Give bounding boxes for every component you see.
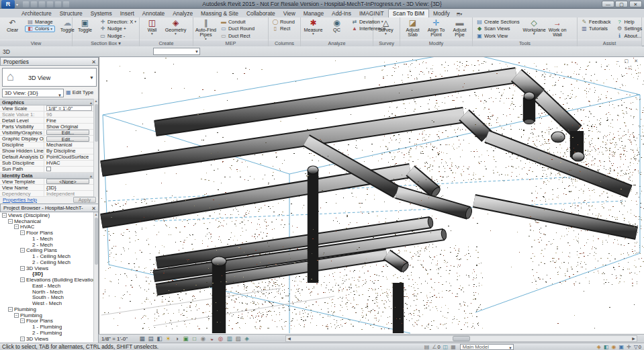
sun-path-icon[interactable]: ☀ (164, 335, 173, 343)
scan-views-button[interactable]: ◆Scan Views (474, 26, 522, 33)
view-filter-combo[interactable]: 3D View: {3D} ▼ (2, 89, 64, 97)
geometry-button[interactable]: ◈Geometry▾ (165, 18, 187, 35)
sun-path-checkbox[interactable] (46, 167, 51, 171)
view-scale-control[interactable]: 1/8" = 1'-0" (101, 336, 128, 342)
show-crop-icon[interactable]: □ (190, 335, 199, 343)
tutorials-button[interactable]: ▥Tutorials (579, 26, 612, 33)
lock-orientation-icon[interactable]: ◉ (199, 335, 208, 343)
qat-icon[interactable] (63, 1, 69, 7)
tree-item-east-mech[interactable]: East - Mech (0, 283, 94, 289)
tree-item-north-mech[interactable]: North - Mech (0, 289, 94, 295)
feedback-button[interactable]: ✎Feedback (579, 18, 612, 26)
direction-x-button[interactable]: ✛Direction: X▾ (97, 18, 138, 26)
tree-item-mechanical[interactable]: −Mechanical (0, 218, 94, 224)
select-by-face-icon[interactable]: ▣ (618, 344, 624, 350)
tree-item-2-plumbing[interactable]: 2 - Plumbing (0, 330, 94, 336)
tree-collapse-icon[interactable]: − (8, 219, 13, 224)
colors-button[interactable]: ◧Colors▾ (25, 26, 55, 33)
tree-item-3d[interactable]: {3D} (0, 271, 94, 277)
drawing-area[interactable]: – ▢ ✕ (99, 57, 644, 334)
type-selector[interactable]: ⌂ 3D View ▼ (2, 68, 97, 87)
minimize-button[interactable]: — (602, 1, 614, 7)
value-input[interactable]: 1/8" = 1'-0" (46, 105, 92, 111)
qat-icon[interactable] (55, 1, 61, 7)
rect-button[interactable]: ▯Rect (270, 26, 297, 33)
tree-collapse-icon[interactable]: − (2, 213, 7, 218)
duct-rect-button[interactable]: ▭Duct Rect (218, 32, 257, 40)
workset-display-icon[interactable]: ◫ (443, 344, 449, 350)
reveal-hidden-icon[interactable]: ◎ (216, 335, 225, 343)
close-icon[interactable]: ✕ (91, 58, 96, 67)
temporary-properties-icon[interactable]: ▧ (234, 335, 242, 343)
detail-level-icon[interactable]: ▤ (146, 335, 155, 343)
worksets-icon[interactable]: ▤ (424, 344, 430, 350)
project-browser-header[interactable]: Project Browser - Hospital-MechT-InProgr… (0, 204, 99, 212)
about-button[interactable]: ℹAbout... (614, 32, 644, 40)
tree-item-plumbing[interactable]: −Plumbing (0, 312, 94, 318)
qat-icon[interactable] (39, 1, 45, 7)
toggle-button[interactable]: ▣Toggle (74, 18, 96, 32)
tree-collapse-icon[interactable]: − (20, 337, 25, 341)
select-pinned-icon[interactable]: ◉ (611, 344, 616, 350)
work-on-wall-button[interactable]: →Work on Wall (547, 18, 569, 38)
close-button[interactable]: ✕ (629, 1, 642, 7)
clear-button[interactable]: ↶Clear (1, 18, 24, 32)
qat-icon[interactable] (47, 1, 53, 7)
tree-item-floor-plans[interactable]: −Floor Plans (0, 230, 94, 236)
properties-scrollbar[interactable]: ▲ (93, 99, 98, 197)
qat-icon[interactable] (31, 1, 37, 7)
tree-item-elevations-building-elevation[interactable]: −Elevations (Building Elevation) (0, 277, 94, 283)
round-button[interactable]: ◯Round (270, 18, 297, 26)
view-template-edit-button[interactable]: <None> (46, 179, 89, 184)
manage-button[interactable]: ▤Manage (25, 18, 55, 26)
tree-collapse-icon[interactable]: − (20, 318, 25, 323)
graphic-display-opti-edit-button[interactable]: Edit... (46, 136, 89, 142)
scrollbar-thumb[interactable] (95, 218, 98, 265)
tree-collapse-icon[interactable]: − (20, 277, 25, 282)
hide-isolate-icon[interactable]: ◒ (208, 335, 216, 343)
tree-item-hvac[interactable]: −HVAC (0, 224, 94, 230)
editing-requests-icon[interactable]: ∠ (432, 344, 436, 350)
design-options-combo[interactable]: Main Model ▼ (460, 344, 514, 350)
scale-icon[interactable]: ▦ (138, 335, 146, 343)
edit-type-button[interactable]: ▦ Edit Type (66, 89, 97, 97)
tree-item-south-mech[interactable]: South - Mech (0, 295, 94, 301)
tree-collapse-icon[interactable]: − (14, 313, 19, 318)
conduit-button[interactable]: ▬Conduit (218, 18, 257, 26)
measure-button[interactable]: ✱Measure▾ (302, 18, 324, 35)
scrollbar-thumb[interactable] (453, 336, 470, 341)
auto-find-pipes-button[interactable]: ∥Auto-Find Pipes▾ (195, 18, 217, 40)
workset-gray-icon[interactable]: ▦ (451, 344, 456, 350)
tree-item-1-plumbing[interactable]: 1 - Plumbing (0, 324, 94, 330)
settings-button[interactable]: ⚙Settings (614, 26, 644, 33)
tree-item-3d-views[interactable]: −3D Views (0, 265, 94, 271)
tree-collapse-icon[interactable]: − (8, 307, 13, 312)
tree-collapse-icon[interactable]: − (20, 230, 25, 235)
tree-item-plumbing[interactable]: −Plumbing (0, 306, 94, 312)
create-sections-button[interactable]: ▤Create Sections (474, 18, 522, 26)
adjust-pipe-button[interactable]: ▬Adjust Pipe (449, 18, 471, 38)
tree-item-2-mech[interactable]: 2 - Mech (0, 242, 94, 248)
worksharing-display-icon[interactable]: ▥ (225, 335, 234, 343)
wall-button[interactable]: ◫Wall▾ (141, 18, 163, 35)
tree-item-views-discipline[interactable]: −Views (Discipline) (0, 212, 94, 218)
displacement-icon[interactable]: ◈ (242, 335, 251, 343)
drag-on-selection-icon[interactable]: ✛ (627, 344, 631, 350)
help-button[interactable]: ?Help (614, 18, 644, 26)
project-browser-scrollbar[interactable]: ▲ (93, 212, 98, 342)
nudge-button[interactable]: ✛Nudge + (97, 26, 138, 33)
select-links-icon[interactable]: ◈ (597, 344, 601, 350)
options-bar-combo[interactable]: ▼ (153, 48, 200, 55)
tree-collapse-icon[interactable]: − (20, 266, 25, 271)
qat-icon[interactable] (23, 1, 29, 7)
qc-button[interactable]: ◉QC (326, 18, 348, 32)
horizontal-scrollbar[interactable]: ◀ ▶ (285, 335, 637, 342)
shadows-icon[interactable]: ◑ (173, 335, 181, 343)
tree-item-1-ceiling-mech[interactable]: 1 - Ceiling Mech (0, 253, 94, 259)
select-underlay-icon[interactable]: ◧ (604, 344, 609, 350)
crop-view-icon[interactable]: ▣ (181, 335, 190, 343)
duct-round-button[interactable]: ▭Duct Round (218, 26, 257, 33)
work-view-button[interactable]: ▣Work View (474, 32, 522, 40)
workplane-button[interactable]: ◇Workplane▾ (523, 18, 545, 35)
adjust-slab-button[interactable]: ◪Adjust Slab (402, 18, 424, 38)
